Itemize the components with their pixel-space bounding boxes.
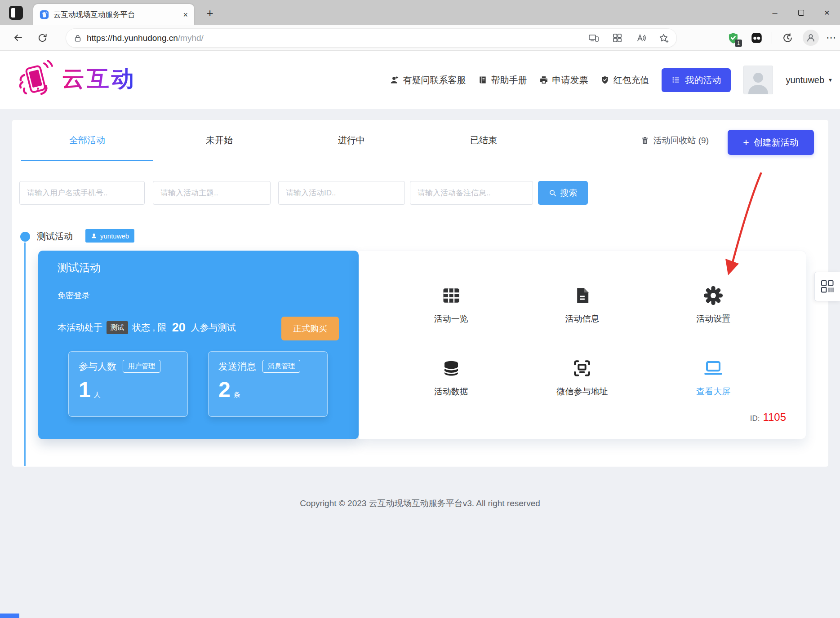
nav-label: 帮助手册 xyxy=(491,74,527,86)
browser-tab[interactable]: 云互动现场互动服务平台 × xyxy=(33,4,194,25)
nav-request-invoice[interactable]: 申请发票 xyxy=(539,74,588,86)
nav-help-manual[interactable]: 帮助手册 xyxy=(478,74,527,86)
toolbar-divider xyxy=(772,32,772,44)
qr-scan-icon xyxy=(573,359,591,378)
tab-favicon-icon xyxy=(40,10,49,19)
stat-label: 发送消息 xyxy=(218,360,256,373)
search-button[interactable]: 搜索 xyxy=(538,181,588,205)
history-icon[interactable] xyxy=(779,30,796,46)
bottom-left-widget[interactable] xyxy=(0,614,19,618)
owner-name: yuntuweb xyxy=(100,232,129,240)
manage-messages-button[interactable]: 消息管理 xyxy=(262,360,300,373)
person-add-icon xyxy=(390,75,399,85)
web-capture-icon[interactable] xyxy=(611,32,623,44)
close-button[interactable]: × xyxy=(814,0,840,25)
stat-label: 参与人数 xyxy=(79,360,116,373)
read-aloud-icon[interactable] xyxy=(634,32,647,44)
status-badge: 测试 xyxy=(107,321,128,334)
tab-ended[interactable]: 已结束 xyxy=(418,120,550,161)
activity-list-title: 测试活动 xyxy=(37,230,73,243)
tab-all-activities[interactable]: 全部活动 xyxy=(21,120,153,161)
action-activity-info[interactable]: 活动信息 xyxy=(517,274,648,347)
username-phone-input[interactable] xyxy=(19,181,145,205)
action-label: 微信参与地址 xyxy=(556,386,608,397)
logo-phone-hand-icon xyxy=(14,57,58,100)
adblock-shield-icon[interactable]: 1 xyxy=(725,30,741,46)
more-options-icon[interactable]: ⋯ xyxy=(826,32,836,44)
manage-users-button[interactable]: 用户管理 xyxy=(123,360,160,373)
action-view-big-screen[interactable]: 查看大屏 xyxy=(648,347,779,420)
logo-text: 云互动 xyxy=(62,64,136,94)
browser-titlebar: 云互动现场互动服务平台 × + – × xyxy=(0,0,840,25)
darkreader-extension-icon[interactable] xyxy=(748,30,764,46)
nav-redpacket-recharge[interactable]: 红包充值 xyxy=(600,74,649,86)
status-prefix: 本活动处于 xyxy=(58,322,102,334)
action-activity-settings[interactable]: 活动设置 xyxy=(648,274,779,347)
my-activities-button[interactable]: 我的活动 xyxy=(662,68,731,92)
activity-topic-input[interactable] xyxy=(153,181,271,205)
stat-value: 2 xyxy=(218,378,231,402)
create-activity-button[interactable]: + 创建新活动 xyxy=(728,130,814,155)
extensions-area: 1 ⋯ xyxy=(725,29,836,47)
tab-title: 云互动现场互动服务平台 xyxy=(53,10,178,20)
send-to-devices-icon[interactable] xyxy=(587,32,600,44)
nav-label: 申请发票 xyxy=(552,74,588,86)
refresh-icon xyxy=(37,33,48,43)
profile-button[interactable] xyxy=(803,30,819,46)
back-button[interactable] xyxy=(10,30,26,46)
tab-close-icon[interactable]: × xyxy=(183,11,188,19)
maximize-button[interactable] xyxy=(788,0,814,25)
action-label: 活动一览 xyxy=(434,313,468,325)
stat-unit: 条 xyxy=(234,391,240,399)
tab-actions-icon xyxy=(11,8,15,18)
copyright-footer: Copyright © 2023 云互动现场互动服务平台v3. All righ… xyxy=(0,498,840,509)
action-label: 活动设置 xyxy=(696,313,730,325)
document-icon xyxy=(573,286,591,305)
url-path: /myhd/ xyxy=(178,33,204,43)
timeline-dot xyxy=(20,232,30,242)
nav-contact-support[interactable]: 有疑问联系客服 xyxy=(390,74,466,86)
address-bar[interactable]: https://hd.yunhudong.cn/myhd/ xyxy=(66,28,677,48)
search-icon xyxy=(549,189,557,197)
maximize-icon xyxy=(798,10,804,16)
new-tab-button[interactable]: + xyxy=(203,6,217,20)
side-panel-toggle[interactable] xyxy=(814,272,840,301)
activity-item: 测试活动 免密登录 本活动处于 测试 状态 , 限 20 人参与测试 正式购买 … xyxy=(38,251,806,439)
window-controls: – × xyxy=(762,0,840,25)
user-menu[interactable]: yuntuweb ▼ xyxy=(786,75,833,85)
action-wechat-join-url[interactable]: 微信参与地址 xyxy=(517,347,648,420)
url-text[interactable]: https://hd.yunhudong.cn/myhd/ xyxy=(87,33,587,43)
action-activity-overview[interactable]: 活动一览 xyxy=(386,274,517,347)
gear-icon xyxy=(704,286,723,305)
site-lock-icon[interactable] xyxy=(73,34,82,43)
caret-down-icon: ▼ xyxy=(828,77,833,83)
profile-icon xyxy=(806,33,816,43)
tab-not-started[interactable]: 未开始 xyxy=(153,120,285,161)
purchase-button[interactable]: 正式购买 xyxy=(281,317,339,340)
create-activity-label: 创建新活动 xyxy=(754,137,799,149)
activity-note-input[interactable] xyxy=(410,181,533,205)
plus-icon: + xyxy=(743,137,749,148)
owner-badge[interactable]: yuntuweb xyxy=(85,229,134,243)
messages-stat-card: 发送消息 消息管理 2 条 xyxy=(208,351,328,417)
minimize-button[interactable]: – xyxy=(762,0,788,25)
participant-limit: 20 xyxy=(172,321,186,335)
action-activity-data[interactable]: 活动数据 xyxy=(386,347,517,420)
extension-badge: 1 xyxy=(735,40,742,47)
tab-actions-button[interactable] xyxy=(9,6,23,20)
user-avatar[interactable] xyxy=(743,66,773,94)
favorites-star-icon[interactable] xyxy=(658,32,670,44)
site-logo[interactable]: 云互动 xyxy=(14,57,136,100)
recycle-bin-button[interactable]: 活动回收站 (9) xyxy=(640,132,709,150)
back-icon xyxy=(13,32,23,43)
tab-in-progress[interactable]: 进行中 xyxy=(285,120,418,161)
my-activities-label: 我的活动 xyxy=(685,74,721,86)
person-icon xyxy=(91,233,97,239)
refresh-button[interactable] xyxy=(34,30,50,46)
activity-id-input[interactable] xyxy=(278,181,405,205)
laptop-icon xyxy=(703,359,723,378)
avatar-placeholder-icon xyxy=(747,70,769,94)
url-host: https://hd.yunhudong.cn xyxy=(87,33,178,43)
activity-id-value: 1105 xyxy=(763,411,786,424)
database-icon xyxy=(442,359,460,378)
